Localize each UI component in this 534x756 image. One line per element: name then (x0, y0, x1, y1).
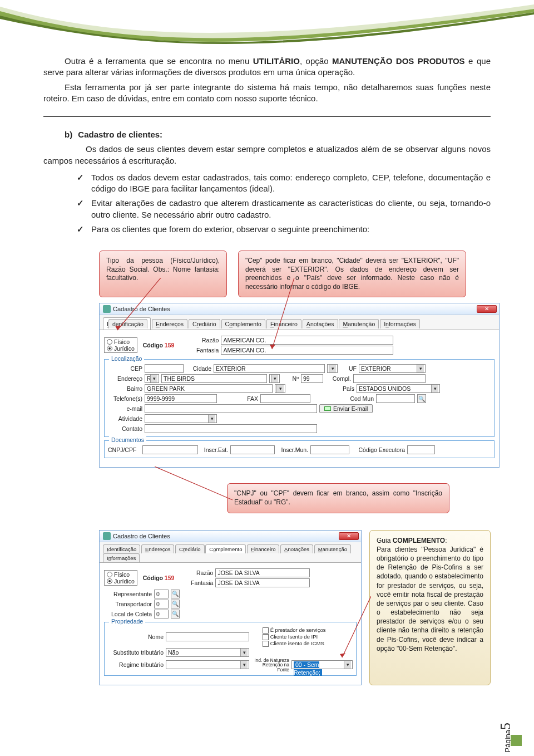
app-icon (103, 532, 111, 540)
tab-informacoes[interactable]: Informações (103, 553, 140, 562)
codexec-label: Código Executora (352, 446, 405, 453)
cidade-dropdown[interactable] (327, 364, 338, 373)
contato-input[interactable] (145, 424, 317, 433)
endereco-input[interactable]: THE BIRDS (161, 374, 267, 383)
razao-input[interactable]: AMERICAN CO. (221, 336, 393, 345)
tab-crediario[interactable]: Crediário (189, 319, 220, 328)
close-button[interactable]: ✕ (477, 305, 497, 313)
ind-natureza-select[interactable]: 00 - Sem Retenção; (291, 660, 353, 669)
tab-manutencao[interactable]: Manutenção (339, 319, 379, 328)
representante-input[interactable]: 0 (154, 590, 169, 598)
search-icon[interactable]: 🔍 (171, 600, 180, 608)
numero-label: Nº (282, 375, 299, 382)
documentos-legend: Documentos (109, 436, 146, 443)
callout-cep-cidade: "Cep" pode ficar em branco, "Cidade" dev… (238, 251, 466, 297)
form-cadastro-clientes-1: Cadastro de Clientes ✕ Identificação End… (99, 303, 500, 468)
local-coleta-input[interactable]: 0 (154, 610, 169, 618)
fantasia-label: Fantasia (193, 347, 219, 354)
codmun-input[interactable] (376, 394, 415, 403)
localizacao-legend: Localização (109, 355, 144, 362)
form-titlebar: Cadastro de Clientes ✕ (100, 303, 499, 315)
bairro-dropdown[interactable] (275, 384, 285, 393)
tab-enderecos[interactable]: Endereços (152, 319, 187, 328)
cep-label: CEP (108, 365, 142, 372)
chk-isento-icms[interactable]: Cliente isento de ICMS (263, 640, 325, 647)
nome-input[interactable] (166, 632, 249, 641)
codexec-input[interactable] (407, 445, 435, 454)
tab-financeiro[interactable]: Financeiro (266, 319, 301, 328)
fax-input[interactable] (260, 394, 310, 403)
transportador-label: Transportador (104, 601, 152, 607)
radio-juridico[interactable]: Jurídico (107, 578, 135, 585)
fantasia-input[interactable]: AMERICAN CO. (221, 346, 393, 355)
email-input[interactable] (145, 404, 317, 413)
radio-juridico[interactable]: Jurídico (107, 345, 135, 352)
endereco-dropdown[interactable] (269, 374, 280, 383)
tab-anotacoes[interactable]: Anotações (280, 544, 313, 553)
inscmun-input[interactable] (310, 445, 349, 454)
tab-complemento[interactable]: Complemento (205, 544, 246, 553)
codigo-label: Código 159 (143, 575, 175, 581)
fieldset-localizacao: Localização CEP Cidade EXTERIOR UF EXTER… (104, 359, 495, 437)
telefone-input[interactable]: 9999-9999 (145, 394, 217, 403)
app-icon (103, 305, 111, 313)
pais-select[interactable]: ESTADOS UNIDOS (357, 384, 440, 393)
numero-input[interactable]: 99 (301, 374, 323, 383)
cnpj-input[interactable] (142, 445, 198, 454)
section-b-heading: b) Cadastro de clientes: (43, 129, 491, 140)
tab-manutencao[interactable]: Manutenção (314, 544, 351, 553)
transportador-input[interactable]: 0 (154, 600, 169, 608)
fax-label: FAX (219, 395, 258, 402)
razao-input[interactable]: JOSE DA SILVA (215, 568, 310, 577)
cidade-input[interactable]: EXTERIOR (214, 364, 325, 373)
tab-informacoes[interactable]: Informações (380, 319, 420, 328)
chk-isento-ipi[interactable]: Cliente Isento de IPI (263, 634, 325, 640)
nome-label: Nome (108, 634, 164, 640)
regime-select[interactable] (166, 660, 249, 669)
form-cadastro-clientes-2: Cadastro de Clientes ✕ Identificação End… (99, 530, 362, 685)
propriedade-legend: Propriedade (109, 618, 145, 625)
email-icon (324, 406, 331, 411)
codmun-search-icon[interactable]: 🔍 (417, 394, 426, 403)
radio-fisico[interactable]: Físico (107, 338, 135, 345)
bairro-input[interactable]: GREEN PARK (145, 384, 273, 393)
compl-label: Compl. (325, 375, 351, 382)
sidenote-complemento: Guia COMPLEMENTO: Para clientes "Pessoa … (369, 530, 491, 685)
cidade-label: Cidade (186, 365, 211, 372)
close-button[interactable]: ✕ (339, 532, 359, 540)
tab-identificacao[interactable]: Identificação (103, 544, 140, 553)
form2-tabs: Identificação Endereços Crediário Comple… (100, 542, 361, 563)
search-icon[interactable]: 🔍 (171, 590, 180, 598)
uf-select[interactable]: EXTERIOR (359, 364, 426, 373)
bairro-label: Bairro (108, 385, 142, 392)
fantasia-label: Fantasia (187, 580, 213, 586)
tab-complemento[interactable]: Complemento (221, 319, 265, 328)
chk-prestador[interactable]: É prestador de serviços (263, 627, 325, 634)
codmun-label: Cod Mun (313, 395, 374, 402)
form-title-text: Cadastro de Clientes (113, 306, 170, 312)
tab-financeiro[interactable]: Financeiro (247, 544, 279, 553)
search-icon[interactable]: 🔍 (171, 610, 180, 618)
compl-input[interactable] (353, 374, 426, 383)
radio-fisico[interactable]: Físico (107, 571, 135, 578)
ind-natureza-label: Ind. de Natureza Retenção na Fonte (251, 658, 289, 672)
fantasia-input[interactable]: JOSE DA SILVA (215, 578, 310, 587)
codigo-label: Código 159 (143, 342, 175, 348)
pais-label: País (288, 385, 354, 392)
inscest-input[interactable] (230, 445, 275, 454)
tab-enderecos[interactable]: Endereços (141, 544, 174, 553)
fieldset-documentos: Documentos CNPJ/CPF Inscr.Est. Inscr.Mun… (104, 440, 495, 458)
telefone-label: Telefone(s) (108, 395, 142, 402)
substituto-select[interactable]: Não (166, 648, 249, 657)
enviar-email-button[interactable]: Enviar E-mail (319, 404, 373, 413)
tab-anotacoes[interactable]: Anotações (303, 319, 338, 328)
tab-crediario[interactable]: Crediário (175, 544, 205, 553)
atividade-select[interactable] (145, 414, 217, 423)
razao-label: Razão (187, 570, 213, 576)
bullet-3: Para os clientes que forem do exterior, … (77, 224, 491, 235)
endereco-tipo-select[interactable]: R (145, 374, 159, 383)
tab-identificacao[interactable]: Identificação (103, 317, 151, 330)
form-tabs: Identificação Endereços Crediário Comple… (100, 315, 499, 330)
form2-title-text: Cadastro de Clientes (113, 533, 170, 539)
cep-input[interactable] (145, 364, 184, 373)
